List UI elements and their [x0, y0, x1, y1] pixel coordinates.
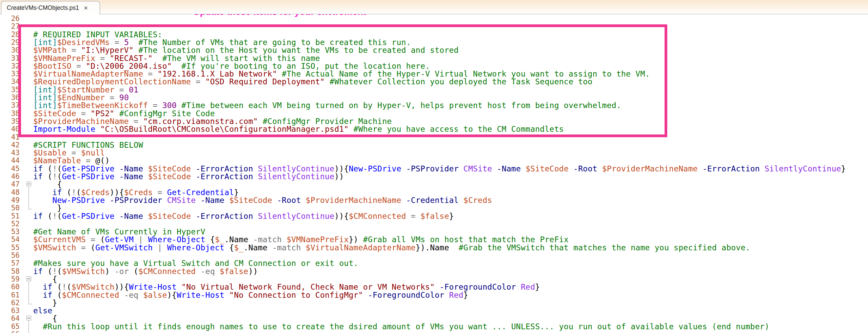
- line-number: 63: [0, 307, 20, 315]
- code-token: $VMSwitch: [72, 283, 115, 291]
- code-token: 01: [129, 85, 138, 94]
- code-line[interactable]: $BootISO = "D:\2006_2004.iso" #If you're…: [33, 62, 430, 70]
- code-token: =: [129, 117, 143, 126]
- line-number: 37: [0, 102, 20, 109]
- line-number: 32: [0, 62, 20, 70]
- fold-collapse-icon[interactable]: [26, 276, 31, 281]
- code-token: "No Virtual Network Found, Check Name or…: [181, 283, 435, 291]
- code-line[interactable]: $VMNamePreFix = "RECAST-" #The VM will s…: [33, 55, 320, 62]
- code-token: [349, 125, 353, 133]
- code-token: $SiteCode: [143, 164, 191, 173]
- code-token: (: [91, 243, 95, 252]
- code-token: =: [153, 188, 167, 197]
- code-line[interactable]: if (!($VMSwitch)){Write-Host "No Virtual…: [33, 283, 540, 291]
- line-number: 66: [0, 331, 20, 333]
- code-token: =: [143, 69, 157, 78]
- code-line[interactable]: [int]$TimeBetweenKickoff = 300 #Time bet…: [33, 102, 621, 109]
- code-line[interactable]: #SCRIPT FUNCTIONS BELOW: [33, 141, 143, 149]
- code-line[interactable]: #Get Name of VMs Currently in HyperV: [33, 228, 205, 236]
- line-number: 34: [0, 78, 20, 86]
- code-token: 300: [162, 101, 177, 110]
- code-token: "C:\OSBuildRoot\CMConsole\ConfigurationM…: [100, 125, 349, 133]
- code-token: -ForegroundColor: [435, 283, 516, 291]
- code-line[interactable]: [int]$DesiredVMs = 5 #The Number of VMs …: [33, 39, 411, 46]
- code-line[interactable]: if (!($Creds)){$Creds = Get-Credential}: [33, 189, 239, 196]
- code-line[interactable]: if (!(Get-PSDrive -Name $SiteCode -Error…: [33, 212, 454, 220]
- code-token: #The Number of VMs that are going to be …: [138, 38, 411, 47]
- code-token: #The Actual Name of the Hyper-V Virtual …: [282, 69, 650, 78]
- code-line[interactable]: }: [33, 204, 62, 212]
- code-token: -eq: [119, 291, 138, 299]
- code-line[interactable]: if (!(Get-PSDrive -Name $SiteCode -Error…: [33, 173, 344, 181]
- code-line[interactable]: [int]$StartNumber = 01: [33, 86, 138, 94]
- code-line[interactable]: $VMPath = "I:\HyperV" #The location on t…: [33, 46, 459, 54]
- code-line[interactable]: {: [33, 181, 62, 188]
- code-token: (: [43, 172, 52, 181]
- code-token: }: [33, 204, 62, 212]
- code-token: $TimeBetweenKickoff: [57, 101, 148, 110]
- code-line[interactable]: if (!(Get-PSDrive -Name $SiteCode -Error…: [33, 165, 846, 173]
- code-token: if: [52, 188, 62, 197]
- code-token: (: [67, 283, 72, 291]
- line-number: 40: [0, 125, 20, 133]
- fold-collapse-icon[interactable]: [26, 316, 31, 320]
- code-token: [33, 283, 43, 291]
- code-token: Red: [444, 291, 463, 299]
- code-line[interactable]: #Makes sure you have a Virtual Switch an…: [33, 259, 358, 267]
- code-token: # REQUIRED INPUT VARIABLES:: [33, 30, 162, 39]
- code-line[interactable]: # REQUIRED INPUT VARIABLES:: [33, 31, 162, 39]
- code-token: (: [52, 291, 62, 299]
- close-icon[interactable]: ✕: [84, 5, 88, 11]
- code-token: =: [76, 109, 91, 118]
- code-line[interactable]: else: [33, 307, 52, 315]
- code-line[interactable]: }: [33, 299, 57, 307]
- tab-createvms-cmobjects[interactable]: CreateVMs-CMObjects.ps1 ✕: [1, 1, 100, 15]
- code-line[interactable]: {: [33, 315, 57, 322]
- code-line[interactable]: $RequiredDeploymentCollectionName = "OSD…: [33, 78, 592, 86]
- code-line[interactable]: if ($CMConnected -eq $alse){Write-Host "…: [33, 291, 468, 299]
- code-token: $false: [420, 212, 449, 221]
- code-line[interactable]: $ProviderMachineName = "cm.corp.viamonst…: [33, 118, 392, 125]
- code-line[interactable]: $Usable = $null: [33, 149, 105, 157]
- fold-collapse-icon[interactable]: [26, 182, 31, 186]
- code-editor-surface[interactable]: 262728# REQUIRED INPUT VARIABLES:29[int]…: [0, 14, 868, 333]
- code-line[interactable]: {: [33, 275, 57, 283]
- code-token: "No Connection to ConfigMgr": [229, 291, 363, 299]
- code-token: "192.168.1.X Lab Network": [158, 69, 277, 78]
- code-token: #Grab all VMs on host that match the Pre…: [363, 235, 569, 244]
- line-number: 36: [0, 94, 20, 102]
- code-token: (: [57, 164, 62, 173]
- code-line[interactable]: $SiteCode = "PS2" #ConfigMgr Site Code: [33, 110, 215, 118]
- code-token: [int]: [33, 85, 57, 94]
- code-line[interactable]: if (!($VMSwitch) -or ($CMConnected -eq $…: [33, 268, 258, 275]
- code-token: -Name: [115, 212, 143, 221]
- code-line[interactable]: [int]$EndNumber = 90: [33, 94, 129, 102]
- code-token: $SiteCode: [224, 196, 272, 205]
- line-number: 28: [0, 31, 20, 39]
- code-line[interactable]: $CurrentVMS = (Get-VM | Where-Object {$_…: [33, 236, 569, 244]
- code-token: {: [33, 180, 62, 189]
- code-token: #Makes sure you have a Virtual Switch an…: [33, 259, 358, 268]
- code-line[interactable]: New-PSDrive -PSProvider CMSite -Name $Si…: [33, 196, 492, 204]
- code-line[interactable]: $NameTable = @(): [33, 157, 110, 165]
- code-token: Where-Object: [148, 235, 205, 244]
- line-number: 41: [0, 133, 20, 141]
- code-token: }: [234, 188, 239, 197]
- code-token: (: [43, 164, 52, 173]
- line-number: 60: [0, 283, 20, 291]
- code-token: [int]: [33, 93, 57, 102]
- code-token: (: [57, 212, 62, 221]
- code-line[interactable]: #Run this loop until it finds enough nam…: [33, 323, 769, 331]
- code-line[interactable]: Import-Module "C:\OSBuildRoot\CMConsole\…: [33, 125, 564, 133]
- code-token: $VMNamePreFix: [282, 235, 349, 244]
- code-token: =: [115, 85, 129, 94]
- line-number: 49: [0, 196, 20, 204]
- code-token: #ConfigMgr Provider Machine: [263, 117, 392, 126]
- code-line[interactable]: $VMSwitch = (Get-VMSwitch | Where-Object…: [33, 244, 750, 252]
- code-line[interactable]: $VirtualNameAdapterName = "192.168.1.X L…: [33, 70, 650, 78]
- line-number: 46: [0, 173, 20, 181]
- code-token: SilentlyContinue: [253, 164, 335, 173]
- code-token: =: [67, 148, 81, 157]
- code-token: [258, 117, 263, 126]
- code-token: -ErrorAction: [191, 212, 253, 221]
